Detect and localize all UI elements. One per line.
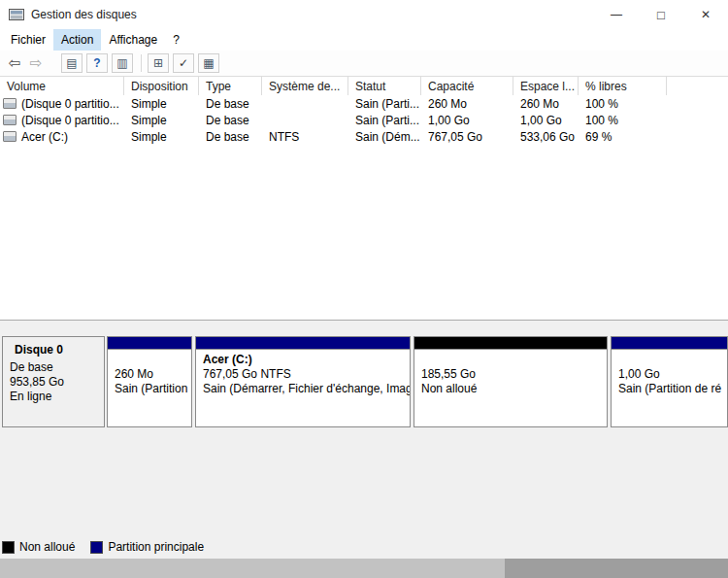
cell-statut: Sain (Dém... bbox=[348, 130, 421, 144]
cell-capacite: 1,00 Go bbox=[421, 114, 513, 127]
volume-icon bbox=[3, 115, 17, 125]
partition-label: Acer (C:) bbox=[203, 353, 410, 367]
bottom-strip-left bbox=[0, 559, 505, 578]
cell-statut: Sain (Parti... bbox=[348, 114, 421, 127]
partition-size: 767,05 Go NTFS bbox=[203, 367, 410, 382]
menubar: Fichier Action Affichage ? bbox=[0, 29, 728, 51]
legend: Non alloué Partition principale bbox=[2, 540, 219, 554]
column-type[interactable]: Type bbox=[199, 77, 262, 95]
close-button[interactable]: ✕ bbox=[683, 0, 728, 29]
disk-management-window: Gestion des disques — □ ✕ Fichier Action… bbox=[0, 0, 728, 578]
table-row[interactable]: (Disque 0 partitio... Simple De base Sai… bbox=[0, 112, 728, 128]
menu-help[interactable]: ? bbox=[165, 29, 187, 51]
partition-size: 260 Mo bbox=[115, 367, 191, 382]
column-volume[interactable]: Volume bbox=[0, 77, 124, 95]
cell-espace-libre: 533,06 Go bbox=[513, 130, 579, 144]
column-empty bbox=[667, 77, 728, 95]
legend-label: Non alloué bbox=[19, 540, 75, 554]
maximize-button[interactable]: □ bbox=[639, 0, 683, 29]
cell-pct-libres: 100 % bbox=[579, 114, 667, 127]
cell-capacite: 260 Mo bbox=[421, 97, 513, 111]
partition-label bbox=[115, 353, 191, 367]
disk-name: Disque 0 bbox=[3, 341, 104, 360]
column-capacite[interactable]: Capacité bbox=[421, 77, 513, 95]
titlebar: Gestion des disques — □ ✕ bbox=[0, 0, 728, 29]
cell-espace-libre: 260 Mo bbox=[513, 97, 579, 111]
bottom-strip-right bbox=[505, 559, 728, 578]
cell-espace-libre: 1,00 Go bbox=[513, 114, 579, 127]
menu-fichier[interactable]: Fichier bbox=[3, 29, 53, 51]
volume-icon bbox=[3, 98, 17, 109]
legend-label: Partition principale bbox=[108, 540, 204, 554]
cell-type: De base bbox=[199, 97, 262, 111]
volume-list: Volume Disposition Type Système de... St… bbox=[0, 77, 728, 320]
cell-disposition: Simple bbox=[124, 97, 199, 111]
disk-type: De base bbox=[3, 360, 104, 375]
volume-name: Acer (C:) bbox=[21, 130, 68, 144]
menu-action[interactable]: Action bbox=[53, 29, 101, 51]
disk-0-info[interactable]: Disque 0 De base 953,85 Go En ligne bbox=[2, 336, 105, 427]
cell-pct-libres: 100 % bbox=[579, 97, 667, 111]
cell-capacite: 767,05 Go bbox=[421, 130, 513, 144]
partition-color-bar bbox=[414, 337, 607, 350]
partition-label bbox=[421, 353, 607, 367]
toolbar-separator bbox=[141, 54, 142, 72]
legend-item-unallocated: Non alloué bbox=[2, 540, 75, 554]
partition-status: Sain (Démarrer, Fichier d'échange, Imag bbox=[203, 382, 410, 396]
table-row[interactable]: Acer (C:) Simple De base NTFS Sain (Dém.… bbox=[0, 128, 728, 145]
menu-affichage[interactable]: Affichage bbox=[101, 29, 165, 51]
table-row[interactable]: (Disque 0 partitio... Simple De base Sai… bbox=[0, 95, 728, 112]
partition-recovery[interactable]: 1,00 Go Sain (Partition de ré bbox=[611, 336, 728, 427]
volume-name: (Disque 0 partitio... bbox=[21, 114, 119, 127]
cell-type: De base bbox=[199, 130, 262, 144]
partition-size: 1,00 Go bbox=[618, 367, 727, 382]
unallocated-swatch-icon bbox=[2, 541, 15, 554]
console-tree-icon[interactable]: ▤ bbox=[61, 53, 83, 73]
column-disposition[interactable]: Disposition bbox=[124, 77, 199, 95]
cell-disposition: Simple bbox=[124, 114, 199, 127]
partition-strip: 260 Mo Sain (Partition Acer (C:) 767,05 … bbox=[107, 336, 728, 427]
partition-status: Sain (Partition de ré bbox=[618, 382, 727, 396]
partition-color-bar bbox=[108, 337, 191, 350]
export-list-icon[interactable]: ▥ bbox=[112, 53, 133, 73]
column-espace-libre[interactable]: Espace l... bbox=[513, 77, 579, 95]
disk-status: En ligne bbox=[3, 390, 104, 404]
cell-filesystem: NTFS bbox=[262, 130, 348, 144]
column-pct-libres[interactable]: % libres bbox=[579, 77, 667, 95]
list-header: Volume Disposition Type Système de... St… bbox=[0, 77, 728, 95]
partition-c-drive[interactable]: Acer (C:) 767,05 Go NTFS Sain (Démarrer,… bbox=[195, 336, 411, 427]
partition-status: Non alloué bbox=[421, 382, 607, 396]
column-statut[interactable]: Statut bbox=[348, 77, 421, 95]
primary-partition-swatch-icon bbox=[90, 541, 103, 554]
cell-statut: Sain (Parti... bbox=[348, 97, 421, 111]
cell-disposition: Simple bbox=[124, 130, 199, 144]
list-view-icon[interactable]: ▦ bbox=[198, 53, 219, 73]
checkmark-icon[interactable]: ✓ bbox=[173, 53, 194, 73]
column-filesystem[interactable]: Système de... bbox=[262, 77, 348, 95]
graphical-view: Disque 0 De base 953,85 Go En ligne 260 … bbox=[0, 320, 728, 559]
partition-size: 185,55 Go bbox=[421, 367, 607, 382]
properties-icon[interactable]: ⊞ bbox=[148, 53, 169, 73]
back-icon[interactable]: ⇦ bbox=[5, 53, 24, 73]
partition-status: Sain (Partition bbox=[115, 382, 191, 396]
volume-icon bbox=[3, 131, 17, 142]
partition-color-bar bbox=[196, 337, 410, 350]
partition-system[interactable]: 260 Mo Sain (Partition bbox=[107, 336, 192, 427]
partition-label bbox=[618, 353, 727, 367]
disk-0-row: Disque 0 De base 953,85 Go En ligne 260 … bbox=[2, 336, 728, 427]
cell-pct-libres: 69 % bbox=[579, 130, 667, 144]
partition-color-bar bbox=[612, 337, 727, 350]
app-icon[interactable] bbox=[9, 8, 24, 21]
bottom-strip bbox=[0, 559, 728, 578]
volume-name: (Disque 0 partitio... bbox=[21, 97, 119, 111]
disk-size: 953,85 Go bbox=[3, 375, 104, 390]
minimize-button[interactable]: — bbox=[594, 0, 639, 29]
forward-icon[interactable]: ⇨ bbox=[26, 53, 46, 73]
help-icon[interactable]: ? bbox=[86, 53, 108, 73]
cell-type: De base bbox=[199, 114, 262, 127]
legend-item-primary: Partition principale bbox=[90, 540, 204, 554]
partition-unallocated[interactable]: 185,55 Go Non alloué bbox=[414, 336, 608, 427]
window-title: Gestion des disques bbox=[31, 8, 594, 21]
toolbar: ⇦ ⇨ ▤ ? ▥ ⊞ ✓ ▦ bbox=[0, 51, 728, 77]
